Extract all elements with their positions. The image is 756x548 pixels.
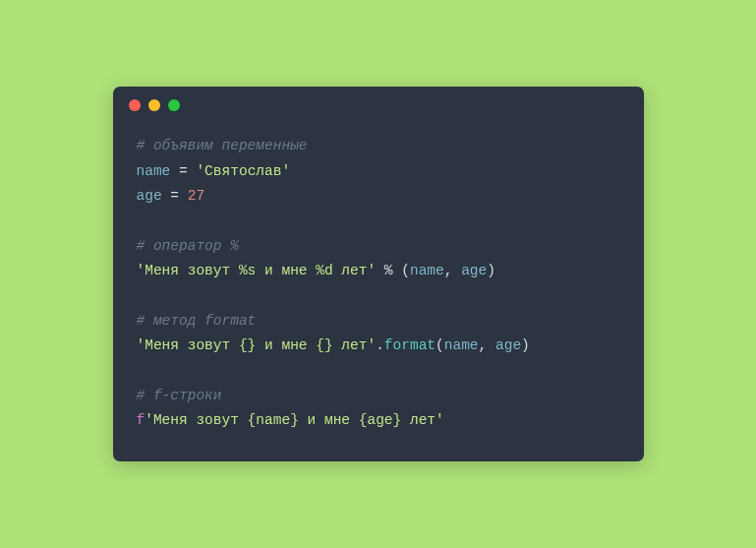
- close-icon[interactable]: [129, 99, 141, 111]
- code-token: name: [444, 337, 479, 353]
- code-token: ): [521, 337, 530, 353]
- code-token: 'Меня зовут {name} и мне {age} лет': [145, 412, 444, 428]
- code-token: # метод format: [137, 313, 257, 329]
- code-editor-window: # объявим переменные name = 'Святослав' …: [113, 87, 644, 461]
- code-token: # f-строки: [137, 388, 222, 403]
- code-token: =: [162, 188, 188, 204]
- code-token: 'Меня зовут %s и мне %d лет': [137, 263, 377, 278]
- code-token: f: [137, 412, 145, 428]
- code-token: age: [137, 188, 162, 204]
- window-titlebar: [113, 87, 644, 124]
- code-token: % (: [376, 263, 410, 278]
- code-token: 27: [188, 188, 204, 204]
- code-token: # объявим переменные: [137, 138, 308, 153]
- code-token: .: [376, 337, 384, 353]
- code-token: ,: [479, 337, 495, 353]
- minimize-icon[interactable]: [148, 99, 160, 111]
- code-token: name: [137, 163, 171, 179]
- code-content: # объявим переменные name = 'Святослав' …: [113, 124, 644, 461]
- code-token: age: [495, 337, 521, 353]
- code-token: 'Святослав': [196, 163, 290, 179]
- code-token: ): [487, 263, 495, 278]
- code-token: format: [384, 337, 436, 353]
- maximize-icon[interactable]: [168, 99, 180, 111]
- code-token: 'Меня зовут {} и мне {} лет': [137, 337, 377, 353]
- code-token: # оператор %: [137, 238, 239, 254]
- code-token: (: [436, 337, 444, 353]
- code-token: ,: [444, 263, 461, 278]
- code-token: =: [170, 163, 196, 179]
- code-token: name: [410, 263, 444, 278]
- code-token: age: [461, 263, 487, 278]
